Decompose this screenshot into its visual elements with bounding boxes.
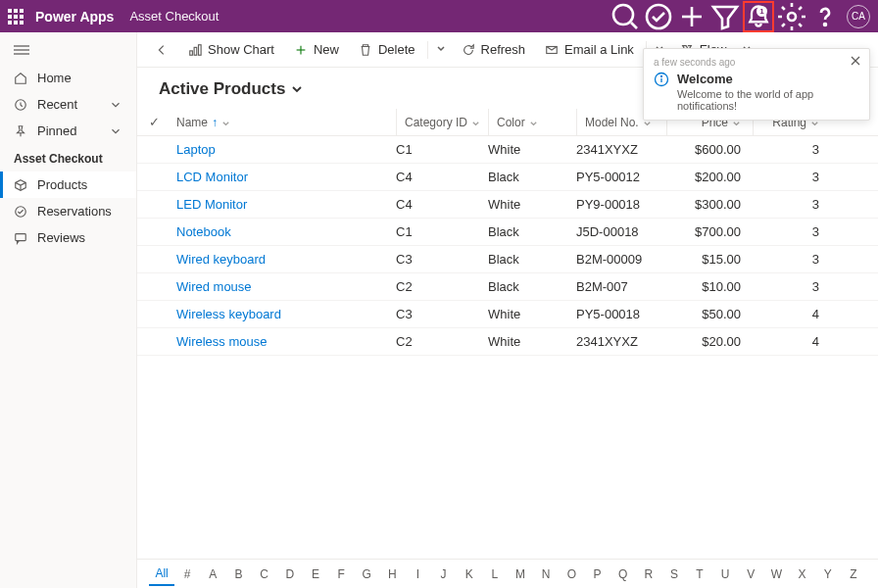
alpha-k[interactable]: K <box>457 564 482 585</box>
alpha-w[interactable]: W <box>763 564 789 585</box>
svg-point-13 <box>16 206 26 217</box>
alpha-t[interactable]: T <box>687 564 712 585</box>
cell-name[interactable]: LED Monitor <box>171 197 396 212</box>
cell-rating: 3 <box>753 170 833 184</box>
toast-title: Welcome <box>677 72 859 86</box>
app-name: Power Apps <box>35 9 114 24</box>
alpha-r[interactable]: R <box>636 564 661 585</box>
table-row[interactable]: Wireless mouseC2White2341XYXZ$20.004 <box>137 328 878 356</box>
alpha-z[interactable]: Z <box>841 564 866 585</box>
alpha-l[interactable]: L <box>482 564 508 585</box>
nav-recent[interactable]: Recent <box>0 91 136 118</box>
alpha-y[interactable]: Y <box>815 564 841 585</box>
assistant-icon[interactable] <box>643 1 674 32</box>
alphabet-filter: All#ABCDEFGHIJKLMNOPQRSTUVWXYZ <box>137 559 878 588</box>
alpha-s[interactable]: S <box>661 564 687 585</box>
cell-name[interactable]: Wired mouse <box>171 279 396 294</box>
alpha-f[interactable]: F <box>328 564 354 585</box>
cell-name[interactable]: Wired keyboard <box>171 252 396 267</box>
table-row[interactable]: LCD MonitorC4BlackPY5-00012$200.003 <box>137 164 878 191</box>
cell-name[interactable]: Wireless keyboard <box>171 307 396 321</box>
alpha-q[interactable]: Q <box>610 564 636 585</box>
refresh-button[interactable]: Refresh <box>454 38 534 61</box>
nav-home[interactable]: Home <box>0 65 136 91</box>
table-row[interactable]: Wired mouseC2BlackB2M-007$10.003 <box>137 273 878 301</box>
alpha-all[interactable]: All <box>149 563 174 586</box>
show-chart-label: Show Chart <box>208 42 274 57</box>
cell-rating: 4 <box>753 334 833 349</box>
nav-home-label: Home <box>37 71 72 85</box>
cell-price: $700.00 <box>666 224 753 239</box>
column-header-name[interactable]: Name ↑ <box>171 109 396 135</box>
delete-label: Delete <box>378 42 415 57</box>
cell-category: C4 <box>396 170 488 184</box>
alpha-#[interactable]: # <box>174 564 200 585</box>
alpha-v[interactable]: V <box>738 564 763 585</box>
alpha-n[interactable]: N <box>533 564 559 585</box>
alpha-h[interactable]: H <box>379 564 405 585</box>
cell-rating: 3 <box>753 142 833 157</box>
table-row[interactable]: LED MonitorC4WhitePY9-00018$300.003 <box>137 191 878 219</box>
header-actions: 1 CA <box>610 1 870 32</box>
cell-price: $600.00 <box>666 142 753 157</box>
cell-rating: 3 <box>753 197 833 212</box>
alpha-c[interactable]: C <box>252 564 277 585</box>
add-icon[interactable] <box>676 1 707 32</box>
svg-point-0 <box>613 5 633 24</box>
nav-products[interactable]: Products <box>0 172 136 198</box>
table-row[interactable]: LaptopC1White2341XYXZ$600.003 <box>137 136 878 164</box>
chevron-down-icon <box>109 124 122 138</box>
table-row[interactable]: Wired keyboardC3BlackB2M-00009$15.003 <box>137 246 878 273</box>
svg-rect-17 <box>199 44 202 55</box>
cell-name[interactable]: Notebook <box>171 224 396 239</box>
toast-close-button[interactable] <box>850 55 861 70</box>
alpha-e[interactable]: E <box>303 564 328 585</box>
cell-name[interactable]: Wireless mouse <box>171 334 396 349</box>
show-chart-button[interactable]: Show Chart <box>180 38 282 61</box>
alpha-o[interactable]: O <box>559 564 584 585</box>
search-icon[interactable] <box>610 1 641 32</box>
alpha-u[interactable]: U <box>712 564 738 585</box>
alpha-a[interactable]: A <box>200 564 225 585</box>
alpha-p[interactable]: P <box>584 564 610 585</box>
notifications-icon[interactable]: 1 <box>743 1 774 32</box>
user-avatar[interactable]: CA <box>847 5 870 28</box>
delete-chevron[interactable] <box>432 38 450 61</box>
cell-category: C2 <box>396 334 488 349</box>
table-row[interactable]: NotebookC1BlackJ5D-00018$700.003 <box>137 219 878 246</box>
column-header-category[interactable]: Category ID <box>396 109 488 135</box>
alpha-i[interactable]: I <box>405 564 430 585</box>
column-header-color[interactable]: Color <box>488 109 576 135</box>
delete-button[interactable]: Delete <box>351 38 423 61</box>
settings-icon[interactable] <box>776 1 807 32</box>
email-link-button[interactable]: Email a Link <box>537 38 642 61</box>
alpha-b[interactable]: B <box>225 564 251 585</box>
view-title-text: Active Products <box>159 79 285 99</box>
table-row[interactable]: Wireless keyboardC3WhitePY5-00018$50.004 <box>137 301 878 328</box>
help-icon[interactable] <box>809 1 841 32</box>
alpha-x[interactable]: X <box>790 564 815 585</box>
nav-reviews[interactable]: Reviews <box>0 224 136 251</box>
new-label: New <box>314 42 339 57</box>
alpha-m[interactable]: M <box>508 564 533 585</box>
cell-name[interactable]: Laptop <box>171 142 396 157</box>
cell-name[interactable]: LCD Monitor <box>171 170 396 184</box>
filter-icon[interactable] <box>709 1 741 32</box>
cell-category: C3 <box>396 307 488 321</box>
cell-color: Black <box>488 170 576 184</box>
cell-rating: 3 <box>753 252 833 267</box>
alpha-j[interactable]: J <box>431 564 457 585</box>
nav-reservations[interactable]: Reservations <box>0 198 136 224</box>
back-button[interactable] <box>147 39 176 61</box>
cell-model: PY5-00018 <box>576 307 666 321</box>
nav-pinned[interactable]: Pinned <box>0 118 136 144</box>
cell-color: White <box>488 197 576 212</box>
select-all-checkbox[interactable]: ✓ <box>137 115 171 129</box>
app-launcher-icon[interactable] <box>8 9 24 24</box>
toast-message: Welcome to the world of app notification… <box>677 88 859 112</box>
new-button[interactable]: New <box>286 38 347 61</box>
sidebar-toggle[interactable] <box>0 38 136 65</box>
alpha-g[interactable]: G <box>354 564 379 585</box>
alpha-d[interactable]: D <box>277 564 303 585</box>
svg-rect-14 <box>16 233 26 240</box>
